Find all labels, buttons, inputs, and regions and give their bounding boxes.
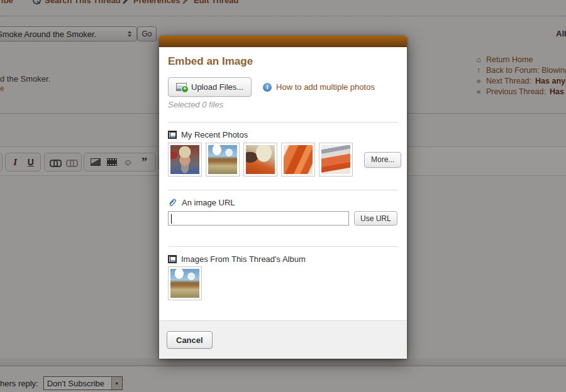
cancel-button[interactable]: Cancel	[167, 331, 213, 349]
thread-album-header: Images From This Thread's Album	[168, 254, 398, 264]
divider	[168, 122, 398, 122]
dialog-footer: Cancel	[159, 320, 407, 359]
recent-photos-row: More...	[168, 143, 398, 177]
upload-files-label: Upload Files...	[191, 82, 243, 92]
autumn-landscape-image	[208, 145, 237, 174]
embed-image-dialog: Embed an Image Upload Files... How to ad…	[159, 36, 407, 359]
url-input-row: Use URL	[168, 211, 398, 226]
dialog-title-bar[interactable]	[159, 36, 407, 47]
divider	[168, 246, 398, 247]
dialog-body: Embed an Image Upload Files... How to ad…	[159, 47, 407, 320]
thumbnail-autumn-landscape[interactable]	[206, 143, 240, 177]
thumbnail-smoked-salmon[interactable]	[281, 143, 315, 177]
thumbnail-man-portrait[interactable]	[168, 143, 202, 177]
info-icon	[263, 83, 272, 92]
more-photos-button[interactable]: More...	[364, 152, 401, 168]
upload-image-icon	[176, 83, 187, 91]
help-link-label: How to add multiple photos	[276, 82, 375, 92]
divider	[168, 190, 398, 190]
dialog-title: Embed an Image	[168, 55, 398, 68]
upload-files-button[interactable]: Upload Files...	[168, 77, 252, 97]
image-url-input[interactable]	[168, 211, 349, 226]
selected-files-status: Selected 0 files	[168, 100, 398, 109]
recent-photos-label: My Recent Photos	[181, 130, 248, 139]
paperclip-icon	[168, 198, 177, 207]
photos-icon	[168, 131, 177, 139]
image-url-label: An image URL	[182, 198, 235, 207]
album-thumbnail-autumn-landscape[interactable]	[168, 266, 202, 300]
text-caret	[171, 214, 172, 224]
recent-photos-header: My Recent Photos	[168, 130, 398, 139]
image-url-header: An image URL	[168, 198, 398, 207]
thumbnail-food-plate[interactable]	[243, 143, 277, 177]
photos-icon	[168, 255, 177, 263]
multiple-photos-help-link[interactable]: How to add multiple photos	[263, 82, 375, 92]
autumn-landscape-image	[170, 269, 199, 298]
man-portrait-image	[170, 145, 199, 174]
upload-row: Upload Files... How to add multiple phot…	[168, 77, 398, 97]
smoked-salmon-image	[284, 145, 313, 174]
thread-album-label: Images From This Thread's Album	[181, 254, 306, 264]
salmon-knife-image	[321, 145, 350, 174]
thumbnail-salmon-knife[interactable]	[319, 143, 353, 177]
thread-album-row	[168, 266, 398, 300]
food-plate-image	[246, 145, 275, 174]
use-url-button[interactable]: Use URL	[354, 211, 397, 226]
